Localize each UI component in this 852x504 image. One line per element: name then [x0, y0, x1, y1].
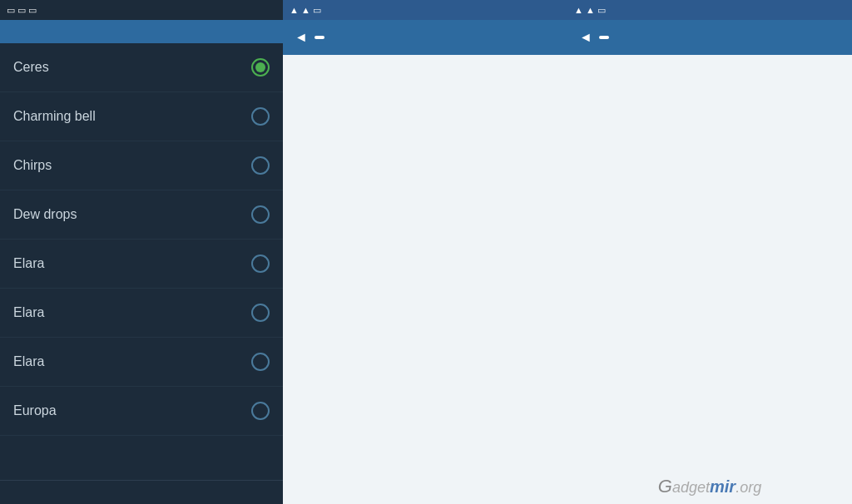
wifi-icon2: ▲	[574, 5, 583, 15]
watermark-adget: adget	[672, 479, 710, 496]
msg-icon: ▭	[28, 5, 37, 16]
watermark-org: .org	[736, 479, 761, 496]
private-panel: ◄ Gadgetmir.org	[567, 20, 852, 504]
conversations-panel: ◄	[283, 20, 567, 504]
camera-icon: ▭	[17, 5, 26, 16]
radio-circle[interactable]	[251, 156, 270, 175]
sound-item-label: Dew drops	[13, 207, 77, 222]
radio-circle[interactable]	[251, 107, 270, 126]
watermark-text: Gadgetmir.org	[658, 477, 761, 496]
sound-item[interactable]: Elara	[0, 289, 283, 338]
sound-panel: CeresCharming bellChirpsDew dropsElaraEl…	[0, 20, 283, 504]
sound-item-label: Europa	[13, 403, 57, 418]
sound-item[interactable]: Charming bell	[0, 92, 283, 141]
sound-item-label: Chirps	[13, 158, 52, 173]
radio-circle[interactable]	[251, 304, 270, 322]
sound-item[interactable]: Europa	[0, 387, 283, 436]
right1-status-icons: ▲ ▲ ▭	[290, 5, 321, 16]
right2-status-icons: ▲ ▲ ▭	[574, 5, 606, 16]
sound-item[interactable]: Chirps	[0, 141, 283, 190]
watermark-mir: mir	[710, 477, 736, 496]
sound-item-label: Ceres	[13, 60, 49, 75]
private-header: ◄	[567, 20, 852, 55]
sound-panel-header	[0, 20, 283, 43]
battery-icon2: ▭	[597, 5, 606, 16]
conversations-back-icon[interactable]: ◄	[295, 30, 308, 45]
radio-circle[interactable]	[251, 254, 270, 273]
sound-item[interactable]: Elara	[0, 338, 283, 387]
sound-item-label: Elara	[13, 256, 44, 271]
status-bar-right1: ▲ ▲ ▭	[283, 0, 567, 20]
ok-button[interactable]	[141, 481, 283, 504]
conversations-settings-list	[283, 55, 567, 504]
sound-item[interactable]: Elara	[0, 240, 283, 289]
main-content: CeresCharming bellChirpsDew dropsElaraEl…	[0, 20, 852, 504]
wifi-icon: ▲	[290, 5, 299, 15]
radio-circle[interactable]	[251, 205, 270, 224]
radio-circle[interactable]	[251, 58, 270, 77]
watermark-g: G	[658, 476, 672, 497]
sound-item-label: Elara	[13, 305, 44, 320]
sound-item[interactable]: Ceres	[0, 43, 283, 92]
radio-circle[interactable]	[251, 402, 270, 420]
status-bar-right2: ▲ ▲ ▭	[567, 0, 852, 20]
status-bar-left: ▭ ▭ ▭	[0, 0, 283, 20]
cancel-button[interactable]	[0, 481, 141, 504]
sound-item[interactable]: Dew drops	[0, 190, 283, 240]
conversations-header: ◄	[283, 20, 567, 55]
signal-icon: ▲	[301, 5, 310, 15]
right-panels: ◄ ◄ Gadgetmir.org	[283, 20, 852, 504]
private-vk-badge	[599, 36, 609, 39]
watermark: Gadgetmir.org	[567, 469, 852, 504]
private-settings-list	[567, 55, 852, 469]
sound-list: CeresCharming bellChirpsDew dropsElaraEl…	[0, 43, 283, 480]
radio-circle[interactable]	[251, 353, 270, 371]
conversations-vk-badge	[315, 36, 324, 39]
sound-item-label: Charming bell	[13, 109, 96, 124]
signal-icon2: ▲	[586, 5, 595, 15]
left-status-icons: ▭ ▭ ▭	[7, 5, 37, 16]
private-back-icon[interactable]: ◄	[579, 30, 592, 45]
phone-icon: ▭	[7, 5, 15, 16]
battery-icon: ▭	[313, 5, 321, 16]
sound-footer	[0, 480, 283, 504]
status-bars: ▭ ▭ ▭ ▲ ▲ ▭ ▲ ▲ ▭	[0, 0, 852, 20]
sound-item-label: Elara	[13, 354, 44, 369]
